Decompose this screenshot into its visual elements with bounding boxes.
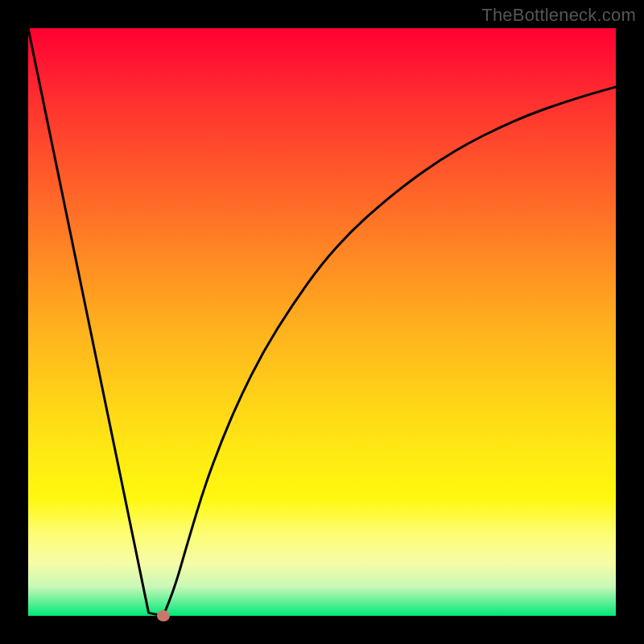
curve-svg — [28, 28, 616, 616]
bottleneck-curve — [28, 28, 616, 616]
optimal-point-marker — [157, 610, 170, 621]
chart-frame: TheBottleneck.com — [0, 0, 644, 644]
plot-area — [28, 28, 616, 616]
watermark-text: TheBottleneck.com — [481, 5, 636, 26]
